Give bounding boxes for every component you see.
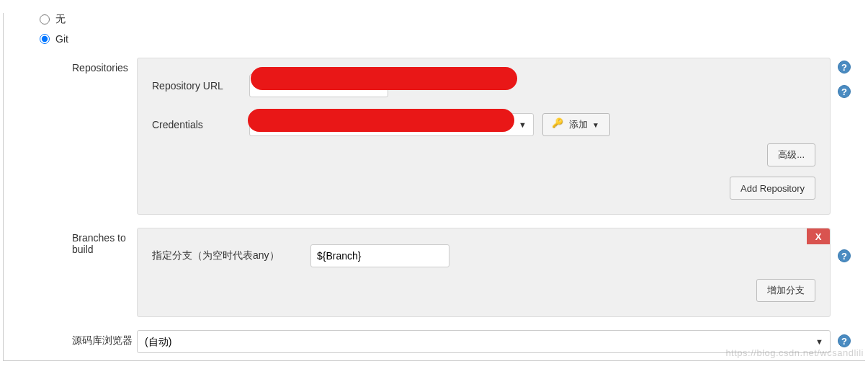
radio-git-label: Git xyxy=(55,33,68,45)
add-repository-button[interactable]: Add Repository xyxy=(730,177,815,200)
advanced-button[interactable]: 高级... xyxy=(767,143,815,166)
help-icon[interactable]: ? xyxy=(838,334,851,347)
help-icon[interactable]: ? xyxy=(838,61,851,74)
scm-option-git[interactable]: Git xyxy=(40,33,858,45)
radio-none-label: 无 xyxy=(55,13,66,26)
add-credentials-button[interactable]: 添加 ▼ xyxy=(542,113,610,136)
credentials-label: Credentials xyxy=(152,119,249,130)
help-icon[interactable]: ? xyxy=(838,85,851,98)
repositories-section-label: Repositories xyxy=(11,58,137,74)
branch-specifier-input[interactable] xyxy=(310,244,449,267)
repo-browser-select[interactable]: (自动) xyxy=(137,330,831,353)
branches-panel: X 指定分支（为空时代表any） 增加分支 xyxy=(137,228,831,317)
redaction-mark xyxy=(251,67,517,90)
repositories-panel: Repository URL Credentials ▼ xyxy=(137,58,831,215)
help-icon[interactable]: ? xyxy=(838,249,851,262)
add-credentials-label: 添加 xyxy=(569,118,588,131)
remove-branch-button[interactable]: X xyxy=(807,228,830,244)
key-icon xyxy=(553,120,565,129)
branches-section-label: Branches to build xyxy=(11,228,137,255)
repository-url-label: Repository URL xyxy=(152,80,249,92)
redaction-mark xyxy=(248,109,514,132)
close-icon: X xyxy=(815,231,822,242)
chevron-down-icon: ▼ xyxy=(592,121,599,129)
branch-specifier-label: 指定分支（为空时代表any） xyxy=(152,249,310,262)
radio-none[interactable] xyxy=(40,14,50,25)
repo-browser-section-label: 源码库浏览器 xyxy=(11,330,137,347)
add-branch-button[interactable]: 增加分支 xyxy=(756,279,815,302)
radio-git[interactable] xyxy=(40,34,50,44)
scm-option-none[interactable]: 无 xyxy=(40,13,858,26)
